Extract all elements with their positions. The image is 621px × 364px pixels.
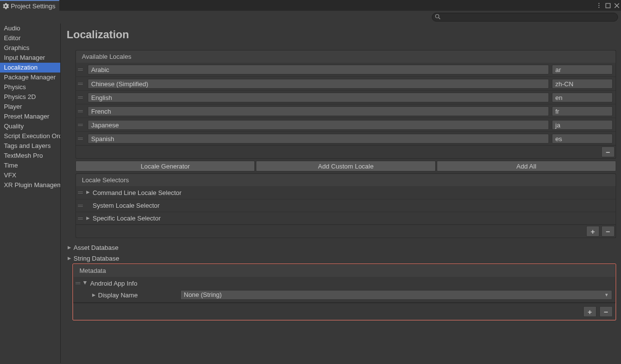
add-metadata-button[interactable]: + xyxy=(583,306,596,317)
sidebar-item-editor[interactable]: Editor xyxy=(0,33,60,43)
locale-row: Spanish es xyxy=(76,131,616,145)
drag-handle-icon[interactable] xyxy=(74,282,82,284)
locale-row: Arabic ar xyxy=(76,63,616,76)
display-name-dropdown[interactable]: None (String) ▼ xyxy=(180,290,612,300)
page-title: Localization xyxy=(67,28,616,41)
sidebar-item-textmesh-pro[interactable]: TextMesh Pro xyxy=(0,151,60,161)
sidebar-item-tags-layers[interactable]: Tags and Layers xyxy=(0,141,60,151)
locale-code-field[interactable]: en xyxy=(552,93,613,102)
sidebar-item-package-manager[interactable]: Package Manager xyxy=(0,73,60,82)
svg-point-2 xyxy=(598,7,599,8)
locale-name-field[interactable]: English xyxy=(88,93,549,102)
add-custom-locale-button[interactable]: Add Custom Locale xyxy=(256,161,435,171)
locale-selectors-header: Locale Selectors xyxy=(75,173,616,186)
sidebar-item-script-execution[interactable]: Script Execution Order xyxy=(0,131,60,141)
metadata-footer: + − xyxy=(73,303,616,320)
sidebar-item-physics[interactable]: Physics xyxy=(0,82,60,92)
display-name-value: None (String) xyxy=(184,290,222,300)
selector-label: Command Line Locale Selector xyxy=(91,189,181,196)
settings-sidebar: Audio Editor Graphics Input Manager Loca… xyxy=(0,24,61,363)
drag-handle-icon[interactable] xyxy=(76,97,85,98)
locale-code-field[interactable]: zh-CN xyxy=(552,79,613,89)
svg-rect-3 xyxy=(606,3,610,8)
sidebar-item-input-manager[interactable]: Input Manager xyxy=(0,53,60,63)
locale-code-field[interactable]: es xyxy=(552,134,613,144)
locale-row: French fr xyxy=(76,104,616,118)
sidebar-item-xr-plugin[interactable]: XR Plugin Management xyxy=(0,180,60,190)
locale-code-field[interactable]: ja xyxy=(552,120,613,130)
locale-name-field[interactable]: Spanish xyxy=(88,134,549,144)
foldout-arrow-icon[interactable]: ▶ xyxy=(66,245,73,250)
locale-name-field[interactable]: French xyxy=(88,106,549,116)
selector-row: ▶ Specific Locale Selector xyxy=(76,212,616,224)
sidebar-item-graphics[interactable]: Graphics xyxy=(0,43,60,53)
foldout-arrow-icon[interactable]: ▶ xyxy=(90,292,97,297)
foldout-arrow-icon[interactable]: ▶ xyxy=(83,280,88,286)
locale-name-field[interactable]: Japanese xyxy=(88,120,549,130)
metadata-android-row: ▶ Android App Info xyxy=(74,277,615,290)
svg-point-4 xyxy=(436,15,439,18)
foldout-arrow-icon[interactable]: ▶ xyxy=(85,216,91,220)
asset-database-row[interactable]: ▶ Asset Database xyxy=(66,242,616,253)
metadata-panel: Metadata ▶ Android App Info ▶ Display Na… xyxy=(73,264,616,320)
context-menu-icon[interactable] xyxy=(595,1,603,10)
window-tab-bar: Project Settings xyxy=(0,0,621,11)
drag-handle-icon[interactable] xyxy=(76,124,85,126)
sidebar-item-physics-2d[interactable]: Physics 2D xyxy=(0,92,60,102)
remove-locale-button[interactable]: − xyxy=(601,146,615,157)
locale-code-field[interactable]: fr xyxy=(552,106,613,116)
drag-handle-icon[interactable] xyxy=(76,192,85,194)
search-bar xyxy=(0,11,621,24)
add-all-button[interactable]: Add All xyxy=(437,161,616,171)
sidebar-item-audio[interactable]: Audio xyxy=(0,24,60,33)
selector-row: ▶ Command Line Locale Selector xyxy=(76,186,616,199)
locale-name-field[interactable]: Chinese (Simplified) xyxy=(88,79,549,89)
selector-label: Specific Locale Selector xyxy=(91,215,161,222)
android-app-info-label: Android App Info xyxy=(88,280,137,287)
locale-action-row: Locale Generator Add Custom Locale Add A… xyxy=(75,161,616,171)
locale-row: English en xyxy=(76,90,616,104)
chevron-down-icon: ▼ xyxy=(604,290,609,300)
selector-label: System Locale Selector xyxy=(91,202,160,209)
remove-metadata-button[interactable]: − xyxy=(599,306,613,317)
drag-handle-icon[interactable] xyxy=(76,83,85,85)
sidebar-item-localization[interactable]: Localization xyxy=(0,63,60,73)
sidebar-item-time[interactable]: Time xyxy=(0,161,60,170)
foldout-arrow-icon[interactable]: ▶ xyxy=(85,190,91,194)
locale-code-field[interactable]: ar xyxy=(552,65,613,74)
add-selector-button[interactable]: + xyxy=(586,226,599,237)
metadata-header: Metadata xyxy=(73,264,616,277)
display-name-label: Display Name xyxy=(97,291,175,299)
sidebar-item-quality[interactable]: Quality xyxy=(0,121,60,131)
svg-point-0 xyxy=(598,3,599,4)
drag-handle-icon[interactable] xyxy=(76,138,85,140)
available-locales-header: Available Locales xyxy=(75,50,616,63)
search-input[interactable] xyxy=(432,13,618,22)
settings-gear-icon xyxy=(2,2,9,9)
sidebar-item-preset-manager[interactable]: Preset Manager xyxy=(0,112,60,121)
maximize-icon[interactable] xyxy=(603,1,612,10)
asset-database-label: Asset Database xyxy=(73,244,119,251)
drag-handle-icon[interactable] xyxy=(76,218,85,219)
string-database-row[interactable]: ▶ String Database xyxy=(66,253,616,264)
foldout-arrow-icon[interactable]: ▶ xyxy=(66,256,73,261)
available-locales-panel: Available Locales Arabic ar Chinese (Sim… xyxy=(75,50,616,159)
drag-handle-icon[interactable] xyxy=(76,205,85,207)
locale-selectors-panel: Locale Selectors ▶ Command Line Locale S… xyxy=(75,173,616,238)
close-icon[interactable] xyxy=(612,1,621,10)
project-settings-tab[interactable]: Project Settings xyxy=(0,0,59,11)
sidebar-item-vfx[interactable]: VFX xyxy=(0,170,60,180)
locale-row: Chinese (Simplified) zh-CN xyxy=(76,76,616,90)
display-name-row: ▶ Display Name None (String) ▼ xyxy=(74,290,615,302)
locale-generator-button[interactable]: Locale Generator xyxy=(75,161,255,171)
locale-name-field[interactable]: Arabic xyxy=(88,65,549,74)
svg-point-1 xyxy=(598,5,599,6)
selector-row: System Locale Selector xyxy=(76,199,616,212)
drag-handle-icon[interactable] xyxy=(76,69,85,71)
remove-selector-button[interactable]: − xyxy=(601,226,615,237)
tab-title: Project Settings xyxy=(11,2,55,10)
sidebar-item-player[interactable]: Player xyxy=(0,102,60,112)
drag-handle-icon[interactable] xyxy=(76,110,85,112)
search-icon xyxy=(435,14,441,20)
main-panel: Localization Available Locales Arabic ar… xyxy=(61,24,621,363)
